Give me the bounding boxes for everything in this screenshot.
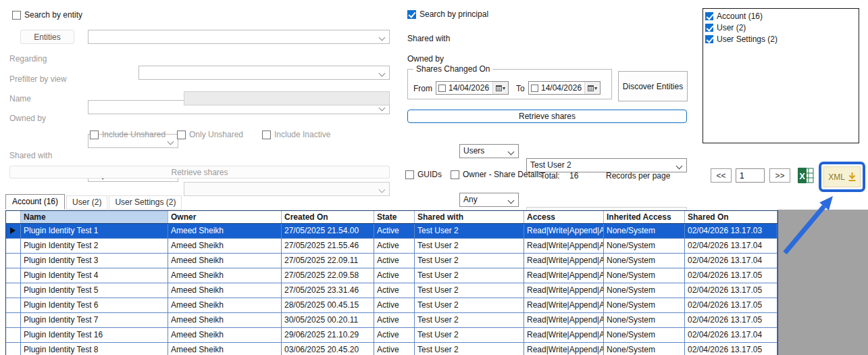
cell-owner[interactable]: Ameed Sheikh	[168, 283, 282, 298]
checkbox-unchecked-icon[interactable]	[451, 170, 459, 179]
cell-access[interactable]: Read|Write|Append|A...	[524, 343, 604, 355]
xml-export-button[interactable]: XML	[823, 166, 861, 187]
checkbox-checked-icon[interactable]	[705, 35, 713, 43]
cell-name[interactable]: Plugin Identity Test 4	[21, 268, 168, 283]
checkbox-unchecked-icon[interactable]	[177, 131, 186, 139]
column-header-shared-with[interactable]: Shared with	[415, 211, 524, 223]
cell-inherited-access[interactable]: None/System	[604, 298, 685, 312]
cell-shared-on[interactable]: 02/04/2026 13.17.03	[685, 224, 777, 238]
table-row[interactable]: Plugin Identity Test 16Ameed Sheikh29/06…	[6, 328, 777, 343]
prev-page-button[interactable]: <<	[711, 168, 732, 183]
cell-owner[interactable]: Ameed Sheikh	[168, 313, 282, 327]
entities-combo[interactable]	[88, 30, 390, 44]
cell-access[interactable]: Read|Write|Append|A...	[524, 328, 604, 342]
cell-shared-on[interactable]: 02/04/2026 13.17.05	[685, 343, 777, 355]
include-inactive-checkbox[interactable]: Include Inactive	[262, 130, 330, 139]
cell-shared-on[interactable]: 02/04/2026 13.17.04	[685, 328, 777, 342]
entity-list-item-user-settings-2[interactable]: User Settings (2)	[705, 33, 857, 45]
cell-shared-on[interactable]: 02/04/2026 13.17.05	[685, 268, 777, 283]
checkbox-checked-icon[interactable]	[705, 24, 713, 32]
from-date-picker[interactable]: 14/04/2026 ▾	[436, 81, 509, 95]
cell-state[interactable]: Active	[374, 268, 415, 283]
cell-state[interactable]: Active	[374, 239, 415, 253]
cell-shared-on[interactable]: 02/04/2026 13.17.04	[685, 239, 777, 253]
cell-name[interactable]: Plugin Identity Test 8	[21, 343, 168, 355]
retrieve-shares-entity-button[interactable]: Retrieve shares	[9, 166, 390, 179]
row-selector[interactable]	[6, 254, 21, 268]
cell-created-on[interactable]: 27/05/2025 22.09.58	[282, 268, 374, 283]
cell-inherited-access[interactable]: None/System	[604, 268, 685, 283]
cell-inherited-access[interactable]: None/System	[604, 224, 685, 238]
principal-type-combo[interactable]: Users	[459, 144, 519, 158]
checkbox-checked-icon[interactable]	[705, 12, 713, 20]
select-all-corner[interactable]	[6, 211, 21, 223]
cell-access[interactable]: Read|Write|Append|A...	[524, 224, 604, 238]
cell-created-on[interactable]: 03/06/2025 20.45.20	[282, 343, 374, 355]
cell-created-on[interactable]: 27/05/2025 21.55.46	[282, 239, 374, 253]
cell-shared-on[interactable]: 02/04/2026 13.17.05	[685, 298, 777, 312]
column-header-state[interactable]: State	[374, 211, 415, 223]
entity-list-item-account-16[interactable]: Account (16)	[705, 10, 857, 22]
owned-by-value-combo[interactable]	[184, 182, 390, 196]
column-header-name[interactable]: Name	[21, 211, 168, 223]
to-date-picker[interactable]: 14/04/2026 ▾	[528, 81, 601, 95]
cell-state[interactable]: Active	[374, 224, 415, 238]
table-row[interactable]: Plugin Identity Test 7Ameed Sheikh30/05/…	[6, 313, 777, 328]
table-row[interactable]: Plugin Identity Test 8Ameed Sheikh03/06/…	[6, 343, 777, 355]
column-header-created-on[interactable]: Created On	[282, 211, 374, 223]
cell-inherited-access[interactable]: None/System	[604, 254, 685, 268]
checkbox-unchecked-icon[interactable]	[405, 170, 414, 179]
cell-shared-on[interactable]: 02/04/2026 13.17.05	[685, 313, 777, 327]
cell-inherited-access[interactable]: None/System	[604, 283, 685, 298]
tab-account-16[interactable]: Account (16)	[5, 194, 65, 210]
cell-inherited-access[interactable]: None/System	[604, 239, 685, 253]
table-row[interactable]: Plugin Identity Test 6Ameed Sheikh28/05/…	[6, 298, 777, 313]
row-selector[interactable]	[6, 328, 21, 342]
cell-shared-with[interactable]: Test User 2	[415, 313, 524, 327]
next-page-button[interactable]: >>	[769, 168, 790, 183]
cell-access[interactable]: Read|Write|Append|A...	[524, 239, 604, 253]
tab-user-settings-2[interactable]: User Settings (2)	[109, 195, 182, 210]
regarding-combo[interactable]	[138, 66, 390, 80]
row-selector[interactable]	[6, 239, 21, 253]
cell-inherited-access[interactable]: None/System	[604, 313, 685, 327]
cell-owner[interactable]: Ameed Sheikh	[168, 254, 282, 268]
principal-owned-by-combo[interactable]: Any	[459, 193, 519, 207]
cell-owner[interactable]: Ameed Sheikh	[168, 224, 282, 238]
column-header-owner[interactable]: Owner	[168, 211, 282, 223]
cell-state[interactable]: Active	[374, 343, 415, 355]
cell-state[interactable]: Active	[374, 298, 415, 312]
cell-owner[interactable]: Ameed Sheikh	[168, 343, 282, 355]
checkbox-unchecked-icon[interactable]	[438, 85, 446, 92]
cell-state[interactable]: Active	[374, 254, 415, 268]
table-row[interactable]: Plugin Identity Test 4Ameed Sheikh27/05/…	[6, 268, 777, 283]
search-by-principal-checkbox[interactable]: Search by principal	[407, 9, 488, 19]
checkbox-unchecked-icon[interactable]	[90, 131, 99, 139]
tab-user-2[interactable]: User (2)	[66, 195, 107, 210]
cell-created-on[interactable]: 29/06/2025 21.10.29	[282, 328, 374, 342]
cell-name[interactable]: Plugin Identity Test 1	[21, 224, 168, 238]
entity-listbox[interactable]: Account (16)User (2)User Settings (2)	[703, 8, 859, 143]
include-unshared-checkbox[interactable]: Include Unshared	[90, 130, 165, 139]
cell-created-on[interactable]: 30/05/2025 00.20.11	[282, 313, 374, 327]
table-row[interactable]: Plugin Identity Test 1Ameed Sheikh27/05/…	[6, 224, 777, 239]
column-header-access[interactable]: Access	[524, 211, 604, 223]
cell-shared-with[interactable]: Test User 2	[415, 239, 524, 253]
page-number-input[interactable]	[736, 168, 765, 183]
excel-export-button[interactable]: X	[798, 168, 814, 183]
cell-name[interactable]: Plugin Identity Test 2	[21, 239, 168, 253]
owner-share-details-checkbox[interactable]: Owner - Share Details	[451, 170, 542, 179]
cell-shared-with[interactable]: Test User 2	[415, 254, 524, 268]
row-selector[interactable]	[6, 313, 21, 327]
checkbox-unchecked-icon[interactable]	[12, 11, 21, 20]
cell-created-on[interactable]: 27/05/2025 22.09.11	[282, 254, 374, 268]
cell-name[interactable]: Plugin Identity Test 6	[21, 298, 168, 312]
checkbox-checked-icon[interactable]	[407, 10, 416, 19]
table-row[interactable]: Plugin Identity Test 2Ameed Sheikh27/05/…	[6, 239, 777, 254]
row-selector[interactable]	[6, 224, 21, 238]
cell-inherited-access[interactable]: None/System	[604, 328, 685, 342]
cell-shared-on[interactable]: 02/04/2026 13.17.05	[685, 283, 777, 298]
row-selector[interactable]	[6, 268, 21, 283]
cell-shared-on[interactable]: 02/04/2026 13.17.04	[685, 254, 777, 268]
cell-name[interactable]: Plugin Identity Test 5	[21, 283, 168, 298]
